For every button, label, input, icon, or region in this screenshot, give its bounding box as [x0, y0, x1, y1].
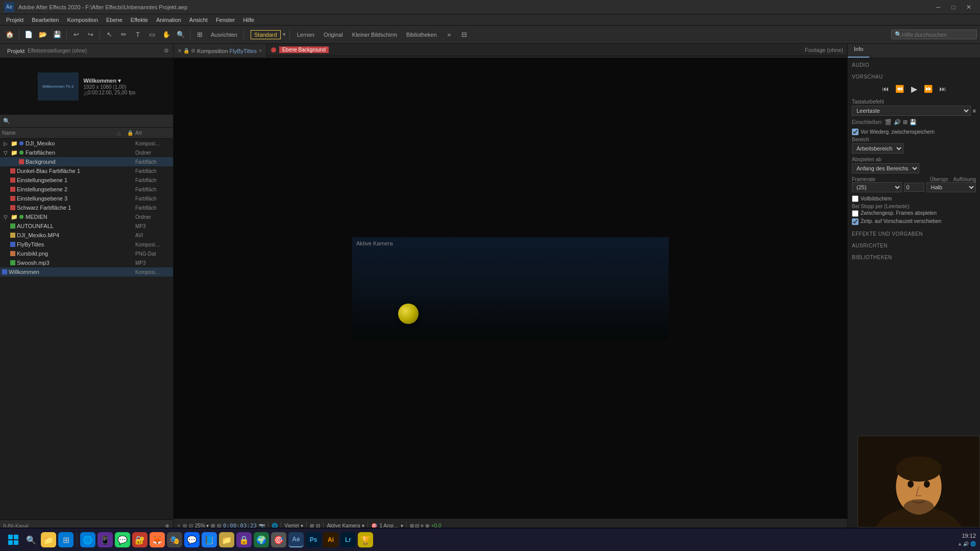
comp-dropdown-arrow[interactable]: ▾ [118, 78, 121, 84]
text-tool[interactable]: T [131, 28, 144, 41]
menu-bearbeiten[interactable]: Bearbeiten [28, 16, 63, 24]
more-workspaces[interactable]: » [443, 28, 456, 41]
project-search-bar[interactable]: 🔍 [0, 114, 173, 128]
effects-section[interactable]: Effekte und Vorgaben [852, 231, 976, 237]
list-item[interactable]: Background Farbfläch [0, 157, 173, 166]
list-item[interactable]: ▽ 📁 MEDIEN Ordner [0, 212, 173, 221]
list-item[interactable]: DJI_Mexiko.MP4 AVI [0, 231, 173, 240]
comp-tab-flybytitles[interactable]: FlyByTitles [230, 48, 257, 54]
hand-tool[interactable]: ✋ [160, 28, 173, 41]
menu-projekt[interactable]: Projekt [2, 16, 28, 24]
skip-forward-button[interactable]: ⏭ [937, 83, 949, 95]
next-frame-button[interactable]: ⏩ [922, 83, 935, 95]
layer-background-button[interactable]: Ebene Background [279, 46, 329, 53]
phone-button[interactable]: 📱 [97, 532, 113, 547]
list-item[interactable]: Einstellungsebene 1 Farbfläch [0, 176, 173, 185]
cache-icon[interactable]: 💾 [910, 119, 917, 126]
audio-icon[interactable]: 🔊 [894, 119, 901, 126]
menu-ebene[interactable]: Ebene [102, 16, 127, 24]
project-settings-button[interactable]: ⚙ [164, 47, 169, 54]
align-section[interactable]: Ausrichten [852, 243, 976, 248]
skip-back-button[interactable]: ⏮ [879, 83, 892, 95]
start-button[interactable] [4, 531, 22, 549]
menu-hilfe[interactable]: Hilfe [239, 16, 258, 24]
firefox-button[interactable]: 🦊 [150, 532, 165, 547]
select-tool[interactable]: ↖ [103, 28, 116, 41]
illustrator-button[interactable]: Ai [323, 532, 338, 547]
zeitp-checkbox[interactable] [852, 218, 859, 225]
comp-tab-close[interactable]: ✕ [258, 48, 262, 54]
menu-ansicht[interactable]: Ansicht [185, 16, 212, 24]
new-comp-button[interactable]: 📄 [22, 28, 35, 41]
app6-button[interactable]: 🏆 [358, 532, 373, 547]
pen-tool[interactable]: ✏ [117, 28, 130, 41]
lightroom-button[interactable]: Lr [340, 532, 356, 547]
workspace-bibliotheken[interactable]: Bibliotheken [403, 30, 440, 39]
workspace-standard[interactable]: Standard [251, 30, 281, 39]
list-item[interactable]: Einstellungsebene 3 Farbfläch [0, 194, 173, 203]
list-item[interactable]: AUTOUNFALL MP3 [0, 221, 173, 231]
project-tab[interactable]: Projekt [4, 47, 28, 55]
workspace-original[interactable]: Original [320, 30, 347, 39]
earth-button[interactable]: 🌍 [254, 532, 269, 547]
app1-button[interactable]: 🔐 [132, 532, 148, 547]
resolution-select[interactable]: Halb [926, 182, 976, 192]
tab-info[interactable]: Info [848, 44, 869, 58]
close-button[interactable]: ✕ [962, 2, 976, 12]
store-button[interactable]: ⊞ [58, 532, 74, 547]
zwischengesp-checkbox[interactable] [852, 210, 859, 217]
project-search-input[interactable] [12, 118, 170, 124]
framerate-select[interactable]: (25) [852, 182, 902, 192]
range-select[interactable]: Arbeitsbereich [852, 143, 903, 154]
menu-animation[interactable]: Animation [152, 16, 185, 24]
file-explorer-button[interactable]: 📁 [41, 532, 56, 547]
play-from-select[interactable]: Anfang des Bereichs [852, 163, 919, 173]
redo-button[interactable]: ↪ [84, 28, 97, 41]
workspace-kleiner[interactable]: Kleiner Bildschirm [349, 30, 401, 39]
list-item[interactable]: Kursbild.png PNG-Dat [0, 249, 173, 258]
home-button[interactable]: 🏠 [3, 28, 16, 41]
list-item[interactable]: Dunkel-Blau Farbfläche 1 Farbfläch [0, 166, 173, 176]
snap-button[interactable]: ⊞ [193, 28, 206, 41]
edge-button[interactable]: 🌐 [80, 532, 95, 547]
shape-tool[interactable]: ▭ [145, 28, 159, 41]
undo-button[interactable]: ↩ [69, 28, 83, 41]
photoshop-button[interactable]: Ps [306, 532, 321, 547]
save-button[interactable]: 💾 [51, 28, 64, 41]
help-search-input[interactable] [902, 32, 973, 38]
keyboard-dropdown-arrow[interactable]: ≡ [973, 108, 976, 114]
app2-button[interactable]: 🎭 [167, 532, 182, 547]
pre-render-checkbox[interactable] [852, 129, 859, 135]
workspace-options[interactable]: ⊟ [458, 28, 471, 41]
list-item[interactable]: FlyByTitles Komposi… [0, 240, 173, 249]
libraries-section[interactable]: Bibliotheken [852, 255, 976, 260]
whatsapp-button[interactable]: 💬 [115, 532, 130, 547]
list-item[interactable]: ▷ 📁 DJI_Mexiko Komposi… [0, 139, 173, 148]
list-item[interactable]: ▽ 📁 Farbflächen Ordner [0, 148, 173, 157]
search-taskbar-button[interactable]: 🔍 [23, 532, 39, 547]
skip-frames-input[interactable] [904, 183, 924, 192]
menu-komposition[interactable]: Komposition [63, 16, 102, 24]
align-label[interactable]: Ausrichten [207, 30, 241, 39]
aftereffects-button[interactable]: Ae [288, 532, 304, 547]
list-item[interactable]: Schwarz Farbfläche 1 Farbfläch [0, 203, 173, 212]
app3-button[interactable]: 📁 [219, 532, 234, 547]
minimize-button[interactable]: ─ [931, 2, 945, 12]
fullscreen-checkbox[interactable] [852, 195, 859, 202]
keyboard-shortcut-select[interactable]: Leertaste [852, 106, 971, 116]
menu-effekte[interactable]: Effekte [127, 16, 152, 24]
list-item[interactable]: Einstellungsebene 2 Farbfläch [0, 185, 173, 194]
open-button[interactable]: 📂 [36, 28, 50, 41]
list-item-willkommen[interactable]: Willkommen Komposi… [0, 267, 173, 277]
video-icon[interactable]: 🎬 [885, 119, 892, 126]
list-item[interactable]: Swoosh.mp3 MP3 [0, 258, 173, 267]
play-button[interactable]: ▶ [908, 83, 920, 95]
help-search[interactable]: 🔍 [891, 30, 977, 39]
app5-button[interactable]: 🎯 [271, 532, 286, 547]
menu-fenster[interactable]: Fenster [212, 16, 239, 24]
messenger-button[interactable]: 💬 [184, 532, 200, 547]
zoom-tool[interactable]: 🔍 [174, 28, 187, 41]
facebook-button[interactable]: 📘 [202, 532, 217, 547]
prev-frame-button[interactable]: ⏪ [894, 83, 906, 95]
maximize-button[interactable]: □ [946, 2, 961, 12]
